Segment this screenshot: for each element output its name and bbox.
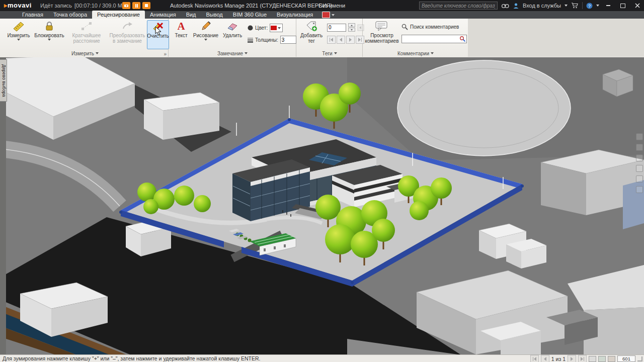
sign-in-label[interactable]: Вход в службы (523, 3, 561, 9)
navbar-pan-icon[interactable] (636, 144, 643, 151)
measure-button[interactable]: Измерить (5, 20, 32, 41)
shortest-distance-button[interactable]: Кратчайшее расстояние (66, 20, 107, 44)
minimize-button[interactable] (603, 2, 614, 10)
redline-group-footer[interactable]: Замечание (169, 50, 296, 56)
current-color (271, 26, 277, 30)
maximize-button[interactable] (617, 2, 628, 10)
navbar-walk-icon[interactable] (636, 186, 643, 193)
thickness-icon (248, 37, 253, 43)
help-search-input[interactable] (419, 2, 498, 10)
sign-in-caret-icon[interactable] (565, 5, 568, 7)
app-title: Autodesk Navisworks Manage 2021 (СТУДЕНЧ… (170, 3, 332, 9)
line-color-dropdown[interactable] (270, 24, 283, 32)
comment-search-input[interactable] (401, 35, 467, 43)
comment-search-row (401, 35, 467, 43)
navbar-fullnav-icon[interactable] (636, 133, 643, 140)
ribbon-tab-bar: Главная Точка обзора Рецензирование Аним… (0, 11, 644, 19)
mouse-cursor (155, 26, 162, 36)
prev-tag-button[interactable] (337, 36, 345, 44)
navigation-bar[interactable] (636, 133, 643, 193)
help-caret-icon[interactable] (596, 5, 599, 7)
convert-to-redline-button[interactable]: Преобразовать в замечание (108, 20, 147, 44)
tab-vyvod[interactable]: Вывод (201, 11, 228, 19)
tag-number-input[interactable] (327, 24, 346, 32)
tab-vizualizatsiya[interactable]: Визуализация (272, 11, 318, 19)
comment-bubble-icon (375, 20, 388, 32)
magnifier-icon (401, 24, 408, 30)
recording-status: Идёт запись (40, 3, 72, 9)
lock-button[interactable]: Блокировать (33, 20, 65, 41)
first-sheet-button[interactable] (530, 355, 539, 362)
find-comments-row: Поиск комментариев (401, 24, 459, 30)
web-server-status-icon (608, 356, 615, 362)
next-sheet-button[interactable] (568, 355, 576, 362)
draw-caret-icon (204, 39, 207, 41)
recorder-pause-button[interactable] (132, 2, 140, 9)
user-sign-in-icon[interactable] (513, 3, 519, 9)
next-tag-button[interactable] (346, 36, 355, 44)
last-sheet-button[interactable] (578, 355, 587, 362)
close-icon (635, 3, 640, 8)
title-bar: ▸movavi Идёт запись [00:07:10 / 309.0 МБ… (0, 0, 644, 11)
recorder-stop-button[interactable] (142, 2, 150, 9)
status-hint: Для зумирования нажмите клавишу "+" или … (3, 355, 260, 361)
memory-readout: 601 (617, 355, 635, 362)
ribbon: Измерить Блокировать Кратчайшее расстоян… (0, 19, 644, 58)
tab-retsenzirovanie[interactable]: Рецензирование (92, 11, 145, 19)
help-icon[interactable]: ? (586, 3, 593, 9)
viewport-3d-scene[interactable] (0, 57, 644, 354)
divider (582, 2, 583, 9)
camera-icon (124, 5, 128, 7)
movavi-logo: ▸movavi (4, 2, 32, 9)
first-tag-button[interactable] (327, 36, 336, 44)
tab-addin[interactable] (318, 11, 339, 19)
tab-tochka-obzora[interactable]: Точка обзора (48, 11, 92, 19)
measure-group-footer[interactable]: Измерить (2, 50, 168, 56)
tab-animatsiya[interactable]: Анимация (145, 11, 181, 19)
comment-search-go-icon[interactable] (459, 36, 466, 42)
addin-caret-icon (332, 14, 335, 16)
lock-caret-icon (48, 39, 51, 41)
comments-group-footer[interactable]: Комментарии (363, 50, 468, 56)
resize-grip[interactable] (637, 356, 642, 361)
ribbon-group-tags: Добавить тег Теги (297, 19, 363, 57)
view-comments-button[interactable]: Просмотр комментариев (365, 20, 398, 44)
selection-tree-tab[interactable]: Дерево выбора (0, 59, 7, 102)
store-cart-icon[interactable] (571, 3, 579, 9)
navbar-orbit-icon[interactable] (636, 165, 643, 172)
navbar-zoom-icon[interactable] (636, 154, 643, 161)
text-tool-icon: A (177, 20, 185, 32)
spin-down-icon[interactable] (348, 28, 355, 32)
stadium-ellipse[interactable] (397, 60, 571, 156)
eraser-icon (226, 20, 238, 32)
svg-text:?: ? (588, 3, 591, 8)
addin-icon (322, 12, 330, 18)
close-button[interactable] (632, 2, 643, 10)
ribbon-group-measure: Измерить Блокировать Кратчайшее расстоян… (2, 19, 169, 57)
redline-erase-button[interactable]: Удалить (220, 20, 245, 38)
pencil-icon (200, 20, 211, 32)
status-bar: Для зумирования нажмите клавишу "+" или … (0, 354, 644, 362)
tab-bim360glue[interactable]: BIM 360 Glue (228, 11, 272, 19)
binoculars-search-icon[interactable] (501, 3, 509, 9)
measure-dialog-launcher[interactable]: » (164, 51, 167, 57)
thickness-input[interactable] (280, 36, 296, 44)
spin-up-icon[interactable] (348, 23, 355, 27)
prev-sheet-button[interactable] (541, 355, 549, 362)
recording-timer: [00:07:10 / 309.0 МБ] (74, 3, 127, 9)
navbar-look-icon[interactable] (636, 175, 643, 183)
tag-number-spinner[interactable] (348, 23, 355, 32)
redline-text-button[interactable]: A Текст (171, 20, 191, 38)
tab-vid[interactable]: Вид (181, 11, 201, 19)
redline-draw-button[interactable]: Рисование (192, 20, 219, 41)
maximize-icon (620, 4, 625, 8)
tab-glavnaya[interactable]: Главная (17, 11, 48, 19)
color-ball-icon (248, 25, 253, 31)
ruler-icon (13, 20, 25, 32)
measure-caret-icon (17, 39, 20, 41)
add-tag-button[interactable]: Добавить тег (298, 20, 325, 44)
tags-group-footer[interactable]: Теги (297, 50, 362, 56)
recorder-camera-button[interactable] (122, 2, 130, 9)
viewport[interactable] (0, 57, 644, 354)
stop-icon (145, 4, 148, 7)
